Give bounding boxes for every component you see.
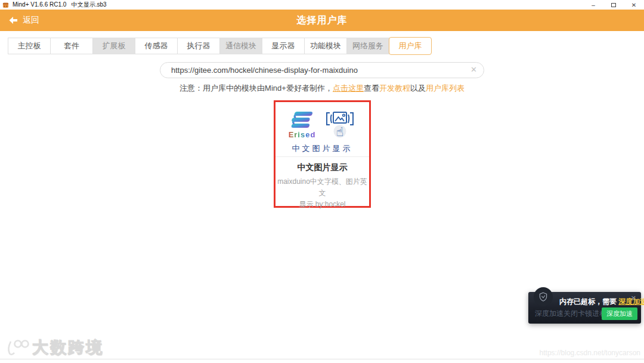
shield-badge (534, 287, 553, 306)
tab-communication-module[interactable]: 通信模块 (219, 38, 262, 54)
shield-icon (538, 291, 549, 302)
click-here-link[interactable]: 点击这里 (333, 84, 364, 93)
card-desc-line1: maixduino中文字模、图片英文 (275, 176, 369, 199)
memory-alert-popup: 内存已超标，需要 深度加速 ✕ 深度加速关闭卡顿进程 深度加速 (528, 292, 641, 324)
notice-text: 注意：用户库中的模块由Mind+爱好者制作，点击这里查看开发教程以及用户库列表 (0, 83, 644, 94)
tab-sensor[interactable]: 传感器 (135, 38, 178, 54)
page-header: 选择用户库 返回 (0, 10, 644, 31)
tab-kit[interactable]: 套件 (50, 38, 93, 54)
notice-prefix: 注意：用户库中的模块由Mind+爱好者制作， (179, 84, 333, 93)
page-title: 选择用户库 (0, 14, 644, 27)
minimize-button[interactable]: – (583, 0, 603, 10)
library-url-input[interactable] (160, 62, 484, 78)
notice-mid1: 查看 (364, 84, 379, 93)
tab-actuator[interactable]: 执行器 (177, 38, 220, 54)
watermark-logo-icon (5, 338, 30, 357)
deep-boost-button[interactable]: 深度加速 (602, 307, 637, 320)
card-title: 中文图片显示 (275, 162, 369, 173)
notice-mid2: 以及 (410, 84, 426, 93)
library-list-link[interactable]: 用户库列表 (426, 84, 465, 93)
clear-icon[interactable]: ✕ (470, 65, 477, 74)
minimize-icon: – (592, 2, 595, 8)
user-library-card[interactable]: Erised ☝ 中文图片显示 中 (274, 100, 371, 208)
app-icon (2, 2, 9, 8)
close-button[interactable]: ✕ (624, 0, 644, 10)
dev-tutorial-link[interactable]: 开发教程 (379, 84, 410, 93)
window-bottom-edge (0, 359, 644, 359)
popup-subtext: 深度加速关闭卡顿进程 (535, 309, 606, 319)
watermark-bottom-left: 大数跨境 (5, 337, 104, 358)
svg-text:☝: ☝ (336, 125, 344, 139)
category-tabs: 主控板 套件 扩展板 传感器 执行器 通信模块 显示器 功能模块 网络服务 用户… (8, 37, 432, 55)
tab-expansion-board[interactable]: 扩展板 (92, 38, 135, 54)
maximize-button[interactable] (603, 0, 624, 10)
tab-mainboard[interactable]: 主控板 (8, 38, 51, 54)
mindplus-window: Mind+ V1.6.6 RC1.0 中文显示.sb3 – ✕ 选择用户库 返回… (0, 0, 644, 363)
watermark-text: 大数跨境 (32, 337, 104, 358)
card-logo-caption: 中文图片显示 (275, 143, 369, 154)
close-icon: ✕ (631, 2, 636, 8)
erised-logo-text: Erised (289, 130, 316, 139)
window-title: Mind+ V1.6.6 RC1.0 中文显示.sb3 (13, 1, 107, 9)
card-description: maixduino中文字模、图片英文 显示 by:hockel (275, 176, 369, 210)
titlebar: Mind+ V1.6.6 RC1.0 中文显示.sb3 – ✕ (0, 0, 644, 10)
watermark-bottom-right: https://blog.csdn.net/tonycarson (540, 349, 640, 357)
popup-close-icon[interactable]: ✕ (631, 294, 636, 302)
tab-network-service[interactable]: 网络服务 (346, 38, 389, 54)
erised-logo-icon (289, 111, 315, 130)
picture-click-icon: ☝ (324, 110, 356, 140)
popup-message-text: 内存已超标，需要 (559, 297, 618, 306)
tab-function-module[interactable]: 功能模块 (304, 38, 347, 54)
search-bar: ✕ (160, 62, 484, 78)
card-desc-line2: 显示 by:hockel (275, 199, 369, 210)
maximize-icon (611, 3, 616, 7)
card-logo-section: Erised ☝ 中文图片显示 (275, 102, 369, 157)
tab-user-library[interactable]: 用户库 (389, 37, 432, 55)
tab-display[interactable]: 显示器 (262, 38, 305, 54)
